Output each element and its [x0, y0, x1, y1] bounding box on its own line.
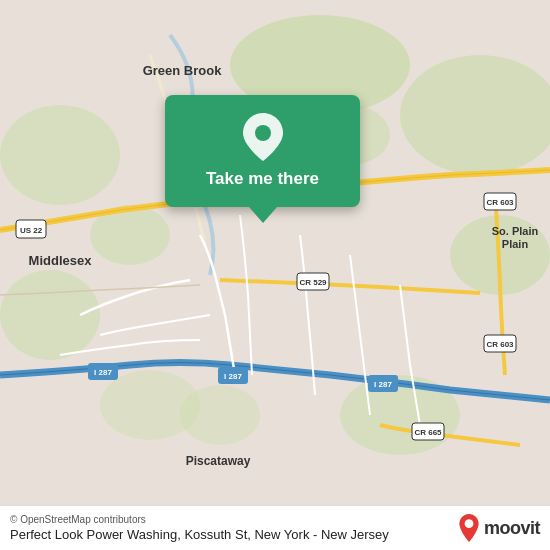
svg-point-5: [0, 270, 100, 360]
popup-box[interactable]: Take me there: [165, 95, 360, 207]
moovit-wordmark: moovit: [484, 518, 540, 539]
svg-text:CR 603: CR 603: [486, 198, 514, 207]
svg-point-27: [465, 519, 474, 528]
bottom-text-group: © OpenStreetMap contributors Perfect Loo…: [10, 514, 389, 542]
svg-text:US 22: US 22: [20, 226, 43, 235]
moovit-logo[interactable]: moovit: [458, 514, 540, 542]
location-icon: [239, 113, 287, 161]
svg-point-1: [400, 55, 550, 175]
bottom-bar: © OpenStreetMap contributors Perfect Loo…: [0, 505, 550, 550]
svg-text:I 287: I 287: [94, 368, 112, 377]
moovit-pin-icon: [458, 514, 480, 542]
osm-credit: © OpenStreetMap contributors: [10, 514, 389, 525]
place-green-brook: Green Brook: [143, 63, 223, 78]
map-svg: US 22 CR 529 CR 603 CR 603 I 287 I 287 I…: [0, 0, 550, 550]
svg-point-9: [180, 385, 260, 445]
popup-pointer: [249, 207, 277, 223]
map-container: US 22 CR 529 CR 603 CR 603 I 287 I 287 I…: [0, 0, 550, 550]
place-piscataway: Piscataway: [186, 454, 251, 468]
svg-text:I 287: I 287: [224, 372, 242, 381]
svg-text:I 287: I 287: [374, 380, 392, 389]
place-middlesex: Middlesex: [29, 253, 93, 268]
svg-text:CR 603: CR 603: [486, 340, 514, 349]
svg-text:CR 529: CR 529: [299, 278, 327, 287]
svg-text:CR 665: CR 665: [414, 428, 442, 437]
map-popup: Take me there: [165, 95, 360, 223]
location-label: Perfect Look Power Washing, Kossuth St, …: [10, 527, 389, 542]
svg-point-26: [255, 125, 271, 141]
place-so-plains-2: Plain: [502, 238, 529, 250]
popup-label: Take me there: [206, 169, 319, 189]
svg-point-3: [0, 105, 120, 205]
place-so-plains: So. Plain: [492, 225, 539, 237]
